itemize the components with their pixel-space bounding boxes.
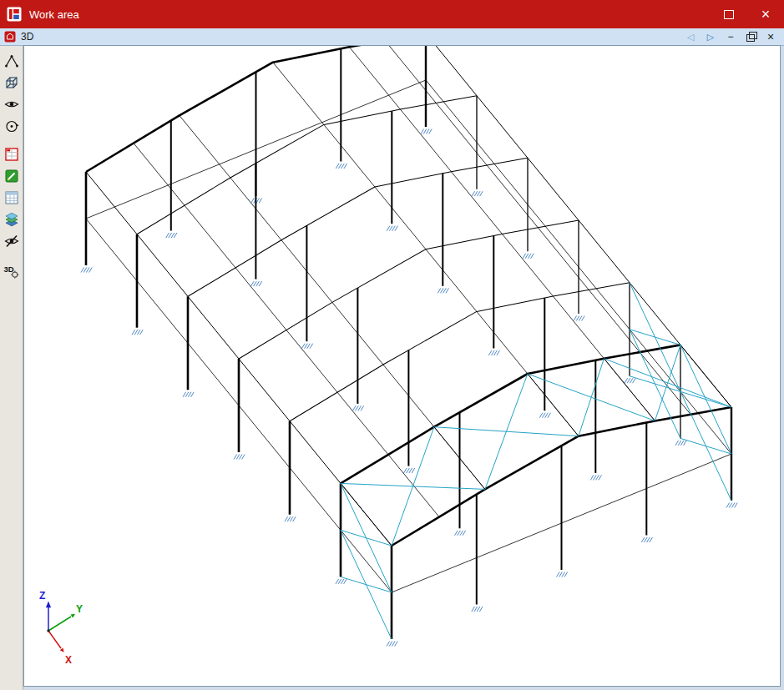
3d-glyph: 3D [3, 264, 13, 274]
minimize-icon: − [727, 31, 733, 43]
toolbar-visibility-button[interactable] [2, 94, 22, 114]
hide-eye-icon [3, 233, 20, 249]
restore-icon [746, 34, 755, 42]
nav-back-icon: ◁ [687, 32, 694, 43]
numbers-table-icon [3, 189, 20, 206]
toolbar-numbers-table-button[interactable] [2, 188, 22, 208]
wire-cube-icon [3, 74, 20, 91]
nav-forward-button[interactable]: ▷ [701, 28, 721, 45]
toolbar-3d-settings-button[interactable]: 3D [2, 261, 22, 281]
document-3d-icon [4, 31, 16, 43]
toolbar-activity-button[interactable] [2, 144, 22, 164]
nav-forward-icon: ▷ [707, 32, 714, 43]
axis-x-label: X [65, 654, 72, 666]
activity-table-icon [3, 146, 20, 163]
left-toolbar: 3D [0, 46, 23, 690]
app-logo-icon [7, 7, 22, 22]
toolbar-edit-button[interactable] [2, 166, 22, 186]
toolbar-hide-button[interactable] [2, 231, 22, 251]
mdi-titlebar[interactable]: 3D ◁ ▷ − × [0, 28, 784, 46]
mdi-close-button[interactable]: × [761, 28, 781, 45]
close-icon: × [761, 7, 771, 22]
toolbar-layers-button[interactable] [2, 209, 22, 229]
mdi-minimize-button[interactable]: − [721, 28, 741, 45]
edit-green-icon [3, 168, 20, 184]
titlebar[interactable]: Work area × [0, 0, 784, 28]
close-button[interactable]: × [747, 0, 784, 28]
model-3d-wireframe [24, 46, 780, 686]
mdi-close-icon: × [767, 30, 774, 43]
orbit-rotate-icon [3, 118, 20, 134]
axis-y-label: Y [76, 603, 83, 615]
node-member-icon [3, 53, 20, 69]
work-area-canvas[interactable]: Z Y X [23, 45, 781, 687]
window-title: Work area [29, 8, 711, 21]
axis-z-label: Z [39, 590, 45, 602]
view-3d-settings-icon: 3D [3, 263, 20, 280]
toolbar-node-member-button[interactable] [2, 51, 22, 71]
layers-icon [3, 211, 20, 228]
visibility-eye-icon [3, 96, 20, 113]
mdi-window-title: 3D [21, 31, 680, 43]
maximize-button[interactable] [711, 0, 747, 28]
toolbar-orbit-button[interactable] [2, 116, 22, 136]
toolbar-wire-cube-button[interactable] [2, 73, 22, 93]
nav-back-button[interactable]: ◁ [680, 28, 701, 45]
mdi-restore-button[interactable] [741, 28, 761, 45]
maximize-icon [724, 10, 734, 19]
